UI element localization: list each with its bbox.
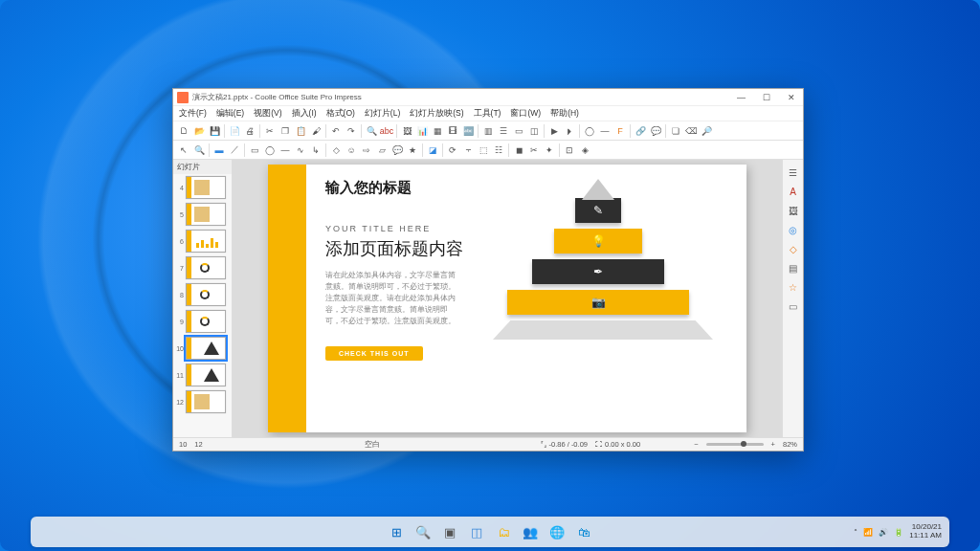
del-icon[interactable]: ⌫	[684, 124, 698, 138]
slide-thumbnail[interactable]: 12	[173, 388, 232, 415]
menu-file[interactable]: 文件(F)	[177, 107, 209, 121]
ellipse-icon[interactable]: ◯	[263, 143, 277, 157]
pyramid-segment[interactable]: ✒	[532, 259, 664, 284]
maximize-button[interactable]: ☐	[759, 92, 774, 103]
taskbar-store-icon[interactable]: 🛍	[572, 520, 595, 543]
arrow-icon[interactable]: ⇨	[360, 143, 373, 157]
menu-slideshow[interactable]: 幻灯片放映(S)	[408, 107, 465, 121]
taskbar-widgets-icon[interactable]: ◫	[465, 520, 488, 543]
taskbar-teams-icon[interactable]: 👥	[519, 520, 542, 543]
star-icon[interactable]: ★	[406, 143, 419, 157]
save-icon[interactable]: 💾	[208, 124, 221, 138]
line-icon[interactable]: ／	[228, 143, 241, 157]
transition-icon[interactable]: ▤	[787, 261, 800, 275]
pyramid-diagram[interactable]: ✎💡✒📷	[493, 198, 703, 340]
pointer-icon[interactable]: ↖	[177, 143, 190, 157]
view1-icon[interactable]: ☰	[497, 124, 510, 138]
export-icon[interactable]: 📄	[228, 124, 241, 138]
shape1-icon[interactable]: ◯	[583, 124, 596, 138]
master-icon[interactable]: ▭	[787, 299, 800, 313]
basic-icon[interactable]: ◇	[329, 143, 343, 157]
menu-format[interactable]: 格式(O)	[324, 107, 357, 121]
3d-icon[interactable]: ◪	[426, 143, 439, 157]
slide-thumbnail[interactable]: 9	[173, 308, 232, 335]
textbox-icon[interactable]: 🔤	[461, 124, 475, 138]
shapes-icon[interactable]: ◇	[787, 242, 800, 255]
connector-icon[interactable]: ↳	[309, 143, 323, 157]
slide-panel[interactable]: 幻灯片 456789101112	[173, 160, 233, 437]
find-icon[interactable]: 🔍	[365, 124, 378, 138]
image-icon[interactable]: 🖼	[400, 124, 413, 138]
navigator-icon[interactable]: ◎	[787, 223, 800, 236]
taskbar-explorer-icon[interactable]: 🗂	[492, 520, 515, 543]
undo-icon[interactable]: ↶	[329, 124, 343, 138]
menu-help[interactable]: 帮助(H)	[548, 107, 581, 121]
taskbar-search-icon[interactable]: 🔍	[412, 520, 434, 543]
comment-icon[interactable]: 💬	[649, 124, 662, 138]
zoom2-icon[interactable]: 🔍	[192, 143, 206, 157]
shadow-icon[interactable]: ◼	[512, 143, 525, 157]
rect-icon[interactable]: ▭	[248, 143, 261, 157]
new-icon[interactable]: 🗋	[177, 124, 190, 138]
zoom-value[interactable]: 82%	[783, 440, 797, 449]
flow-icon[interactable]: ▱	[375, 143, 389, 157]
properties-icon[interactable]: ☰	[787, 165, 800, 179]
menu-tools[interactable]: 工具(T)	[472, 107, 503, 121]
tray-chevron-icon[interactable]: ˄	[854, 528, 858, 537]
shape2-icon[interactable]: ―	[598, 124, 612, 138]
canvas[interactable]: 输入您的标题 YOUR TITLE HERE 添加页面标题内容 请在此处添加具体…	[233, 160, 782, 437]
taskbar-start-icon[interactable]: ⊞	[385, 520, 408, 543]
slide-subtitle[interactable]: 添加页面标题内容	[325, 237, 463, 260]
open-icon[interactable]: 📂	[192, 124, 206, 138]
print-icon[interactable]: 🖨	[243, 124, 256, 138]
slide-thumbnail[interactable]: 8	[173, 281, 232, 308]
slideshow2-icon[interactable]: ⏵	[563, 124, 576, 138]
crop-icon[interactable]: ✂	[527, 143, 541, 157]
slide-thumbnail[interactable]: 11	[173, 362, 232, 388]
zoom-slider[interactable]	[706, 443, 764, 446]
tray-volume-icon[interactable]: 🔊	[879, 528, 888, 537]
slide-thumbnail[interactable]: 6	[173, 228, 232, 254]
slide-cta-button[interactable]: CHECK THIS OUT	[325, 346, 423, 361]
pyramid-segment[interactable]: 💡	[554, 229, 642, 253]
tray-battery-icon[interactable]: 🔋	[894, 528, 903, 537]
symbol-icon[interactable]: ☺	[345, 143, 358, 157]
extrude-icon[interactable]: ◈	[578, 143, 591, 157]
copy-icon[interactable]: ❐	[278, 124, 292, 138]
minimize-button[interactable]: —	[733, 92, 749, 103]
paste-icon[interactable]: 📋	[294, 124, 307, 138]
slide-thumbnail[interactable]: 10	[173, 335, 232, 362]
callout-icon[interactable]: 💬	[390, 143, 404, 157]
slide-thumbnail[interactable]: 4	[173, 174, 232, 201]
curve-icon[interactable]: ∿	[294, 143, 307, 157]
align-icon[interactable]: ⫟	[461, 143, 475, 157]
slide-eyebrow[interactable]: YOUR TITLE HERE	[325, 224, 431, 233]
zoom-icon[interactable]: 🔎	[700, 124, 713, 138]
slide-body[interactable]: 请在此处添加具体内容，文字尽量言简意赅。简单说明即可，不必过于繁琐。注意版面美观…	[325, 270, 459, 327]
styles-icon[interactable]: A	[787, 185, 800, 198]
taskbar-edge-icon[interactable]: 🌐	[546, 520, 568, 543]
rotate-icon[interactable]: ⟳	[446, 143, 459, 157]
distribute-icon[interactable]: ☷	[492, 143, 505, 157]
menu-slide[interactable]: 幻灯片(L)	[363, 107, 402, 121]
table-icon[interactable]: ▦	[431, 124, 444, 138]
filter-icon[interactable]: ✦	[543, 143, 556, 157]
arrange-icon[interactable]: ⬚	[477, 143, 490, 157]
link-icon[interactable]: 🔗	[634, 124, 647, 138]
view3-icon[interactable]: ◫	[527, 124, 541, 138]
menu-insert[interactable]: 插入(I)	[290, 107, 319, 121]
taskbar-taskview-icon[interactable]: ▣	[438, 520, 461, 543]
fontwork-icon[interactable]: F	[613, 124, 627, 138]
tray-wifi-icon[interactable]: 📶	[863, 528, 873, 537]
menu-window[interactable]: 窗口(W)	[508, 107, 543, 121]
menu-view[interactable]: 视图(V)	[252, 107, 283, 121]
line2-icon[interactable]: ―	[278, 143, 292, 157]
spellcheck-icon[interactable]: abc	[380, 124, 393, 138]
dup-icon[interactable]: ❏	[669, 124, 682, 138]
brush-icon[interactable]: 🖌	[309, 124, 323, 138]
gallery-icon[interactable]: 🖼	[787, 204, 800, 217]
tray-clock[interactable]: 10/20/21 11:11 AM	[909, 523, 942, 540]
fill-icon[interactable]: ▬	[212, 143, 226, 157]
pyramid-segment[interactable]: 📷	[507, 290, 689, 315]
animation-icon[interactable]: ☆	[787, 280, 800, 294]
